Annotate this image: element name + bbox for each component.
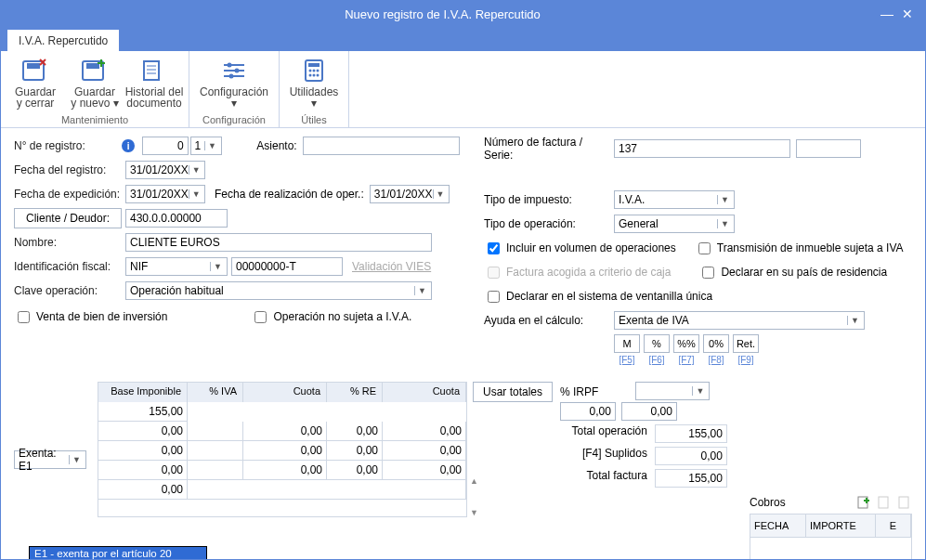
grid-r3-pre[interactable]: [327, 461, 383, 480]
total-factura-label: Total factura: [560, 469, 655, 488]
history-icon: [138, 57, 170, 85]
save-new-icon: [79, 57, 111, 85]
suplidos-label: [F4] Suplidos: [560, 447, 655, 465]
oper-nosujeta-check[interactable]: Operación no sujeta a I.V.A.: [251, 308, 411, 326]
cobros-table: FECHA IMPORTE E: [750, 514, 912, 560]
grid-r3-cuota2[interactable]: [383, 461, 466, 480]
cliente-button[interactable]: Cliente / Deudor:: [14, 208, 122, 228]
cobros-th-fecha: FECHA: [750, 514, 806, 537]
nfact-serie-input[interactable]: [796, 139, 861, 158]
mini-btn-m[interactable]: M: [614, 334, 640, 353]
venta-bien-check[interactable]: Venta de bien de inversión: [14, 308, 167, 326]
memo-scroll-down[interactable]: ▼: [470, 508, 478, 517]
cliente-input[interactable]: [125, 209, 228, 228]
fecha-oper-select[interactable]: 31/01/20XX▼: [370, 185, 450, 203]
exenta-select[interactable]: Exenta: E1▼: [14, 450, 86, 469]
nfact-input[interactable]: [614, 139, 790, 158]
fkey-f8: [F8]: [703, 355, 729, 365]
grid-r3-base[interactable]: [98, 461, 188, 480]
grid-r2-cuota[interactable]: [243, 441, 327, 461]
fecha-exp-select[interactable]: 31/01/20XX▼: [125, 185, 205, 203]
cobros-edit-icon[interactable]: [877, 495, 892, 510]
fecha-oper-label: Fecha de realización de oper.:: [215, 188, 364, 201]
mini-btn-zero[interactable]: 0%: [703, 334, 729, 353]
grid-r3-piva[interactable]: [188, 461, 243, 480]
clave-select[interactable]: Operación habitual▼: [125, 281, 432, 300]
minimize-button[interactable]: —: [877, 7, 897, 21]
cobros-title: Cobros: [750, 496, 851, 509]
nombre-label: Nombre:: [14, 236, 125, 249]
tipo-oper-select[interactable]: General▼: [614, 215, 735, 233]
mini-btn-pct[interactable]: %: [644, 334, 670, 353]
declarar-pais-check[interactable]: Declarar en su país de residencia: [698, 264, 887, 281]
config-icon: [218, 57, 250, 85]
incluir-vol-check[interactable]: Incluir en volumen de operaciones: [484, 240, 676, 257]
svg-rect-23: [879, 497, 888, 508]
idfiscal-type-select[interactable]: NIF▼: [125, 257, 228, 276]
fkey-f6: [F6]: [644, 355, 670, 365]
ribbon-group-label-mantenimiento: Mantenimiento: [61, 114, 128, 125]
svg-rect-24: [899, 497, 908, 508]
transm-inm-check[interactable]: Transmisión de inmueble sujeta a IVA: [695, 240, 904, 257]
mini-btn-ret[interactable]: Ret.: [733, 334, 759, 353]
irpf-cuota-input[interactable]: [621, 402, 677, 421]
cobros-add-icon[interactable]: [856, 495, 871, 510]
cobros-delete-icon[interactable]: [897, 495, 912, 510]
window: Nuevo registro de I.V.A. Repercutido — ✕…: [0, 0, 926, 560]
grid-r2-cuota2[interactable]: [383, 441, 466, 461]
fkey-f9: [F9]: [733, 355, 759, 365]
ayuda-select[interactable]: Exenta de IVA▼: [614, 311, 865, 330]
titlebar: Nuevo registro de I.V.A. Repercutido — ✕: [1, 1, 925, 27]
nreg-series-select[interactable]: 1▼: [190, 137, 222, 155]
grid-r1-pre[interactable]: [327, 422, 383, 441]
window-title: Nuevo registro de I.V.A. Repercutido: [8, 7, 877, 21]
grid-r2-pre[interactable]: [327, 441, 383, 461]
grid-r2-base[interactable]: [98, 441, 188, 461]
declarar-vent-check[interactable]: Declarar en el sistema de ventanilla úni…: [484, 288, 712, 306]
tabbar: I.V.A. Repercutido: [1, 27, 925, 51]
nombre-input[interactable]: [125, 233, 432, 252]
memo-scroll-up[interactable]: ▲: [470, 476, 478, 486]
tab-iva-repercutido[interactable]: I.V.A. Repercutido: [7, 29, 120, 51]
irpf-val-input[interactable]: [560, 402, 616, 421]
grid-r2-piva[interactable]: [188, 441, 243, 461]
ribbon-group-label-config: Configuración: [202, 114, 266, 125]
mini-btn-pctpct[interactable]: %%: [673, 334, 699, 353]
svg-rect-15: [308, 63, 320, 67]
calculator-icon: [298, 57, 330, 85]
grid-memo[interactable]: [188, 480, 466, 500]
asiento-input[interactable]: [303, 137, 460, 155]
cobros-panel: Cobros FECHA IMPORTE E: [750, 495, 912, 560]
close-button[interactable]: ✕: [897, 7, 918, 21]
tipo-oper-label: Tipo de operación:: [484, 217, 614, 230]
cobros-th-e: E: [876, 514, 911, 537]
nreg-input[interactable]: [142, 137, 189, 155]
tipo-imp-select[interactable]: I.V.A.▼: [614, 190, 735, 209]
factura-caja-check: Factura acogida a criterio de caja: [484, 264, 671, 281]
svg-point-13: [229, 74, 234, 79]
idfiscal-input[interactable]: [231, 257, 343, 276]
dropdown-e1[interactable]: E1 - exenta por el artículo 20: [30, 547, 206, 560]
grid-r1-piva[interactable]: [188, 422, 243, 441]
info-icon[interactable]: i: [122, 139, 134, 152]
exenta-dropdown[interactable]: E1 - exenta por el artículo 20 E2 - exen…: [29, 546, 207, 560]
vies-link[interactable]: Validación VIES: [352, 260, 431, 273]
grid-r1-cuota[interactable]: [243, 422, 327, 441]
irpf-pct-select[interactable]: ▼: [635, 382, 710, 400]
form-area: N° de registro: i 1▼ Asiento: Fecha del …: [1, 128, 925, 559]
utils-button[interactable]: Utilidades▾: [287, 55, 341, 111]
svg-point-12: [235, 69, 240, 73]
grid-r1-base[interactable]: [98, 422, 188, 441]
fecha-reg-select[interactable]: 31/01/20XX▼: [125, 161, 205, 179]
usar-totales-button[interactable]: Usar totales: [473, 382, 553, 402]
grid-r1-cuota2[interactable]: [383, 422, 466, 441]
history-button[interactable]: Historial deldocumento: [127, 55, 181, 111]
suplidos-value: 0,00: [655, 447, 727, 465]
asiento-label: Asiento:: [256, 139, 296, 152]
ribbon-group-utils: Utilidades▾ Útiles: [280, 51, 349, 127]
svg-point-21: [317, 74, 320, 77]
grid-r3-cuota[interactable]: [243, 461, 327, 480]
grid-exenta-base[interactable]: [98, 402, 188, 422]
grid-r4-base[interactable]: [98, 480, 188, 500]
total-oper-value: 155,00: [655, 424, 727, 443]
